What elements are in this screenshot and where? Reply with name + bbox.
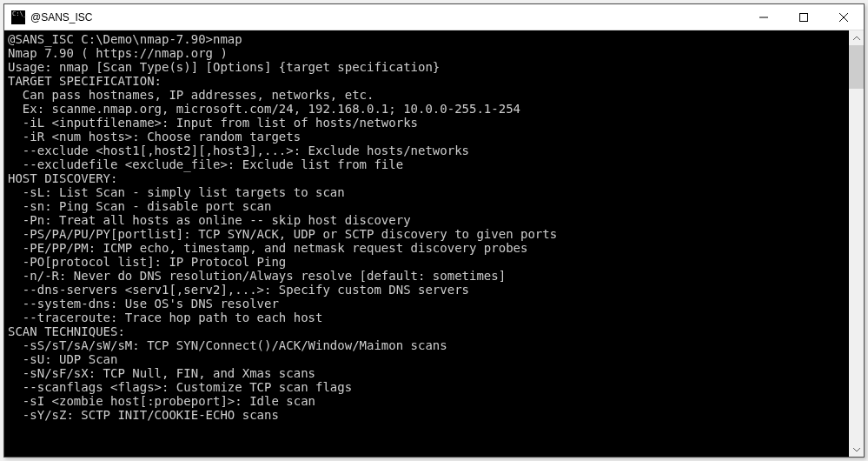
terminal-line: HOST DISCOVERY:: [8, 171, 845, 185]
terminal-line: -sI <zombie host[:probeport]>: Idle scan: [8, 394, 845, 408]
terminal-line: Can pass hostnames, IP addresses, networ…: [8, 88, 845, 102]
svg-rect-1: [800, 13, 808, 21]
close-button[interactable]: [824, 4, 864, 30]
terminal-line: TARGET SPECIFICATION:: [8, 74, 845, 88]
scroll-thumb[interactable]: [849, 45, 864, 89]
maximize-icon: [799, 13, 808, 22]
terminal-output[interactable]: @SANS_ISC C:\Demo\nmap-7.90>nmapNmap 7.9…: [4, 30, 849, 457]
arrow-down-icon: [853, 448, 860, 451]
terminal-line: -sL: List Scan - simply list targets to …: [8, 185, 845, 199]
terminal-line: Ex: scanme.nmap.org, microsoft.com/24, 1…: [8, 102, 845, 116]
terminal-line: --exclude <host1[,host2][,host3],...>: E…: [8, 144, 845, 157]
arrow-up-icon: [853, 37, 860, 40]
terminal-area: @SANS_ISC C:\Demo\nmap-7.90>nmapNmap 7.9…: [4, 30, 864, 457]
terminal-line: -sU: UDP Scan: [8, 352, 845, 366]
minimize-button[interactable]: [744, 4, 784, 30]
scroll-down-button[interactable]: [849, 442, 864, 457]
terminal-line: --dns-servers <serv1[,serv2],...>: Speci…: [8, 283, 845, 297]
terminal-line: --system-dns: Use OS's DNS resolver: [8, 297, 845, 311]
vertical-scrollbar[interactable]: [849, 30, 864, 457]
scroll-track[interactable]: [849, 45, 864, 442]
terminal-line: -sY/sZ: SCTP INIT/COOKIE-ECHO scans: [8, 408, 845, 422]
close-icon: [839, 13, 848, 22]
cmd-icon: [11, 10, 25, 24]
terminal-line: -PO[protocol list]: IP Protocol Ping: [8, 255, 845, 269]
terminal-line: Usage: nmap [Scan Type(s)] [Options] {ta…: [8, 60, 845, 74]
maximize-button[interactable]: [784, 4, 824, 30]
terminal-line: SCAN TECHNIQUES:: [8, 324, 845, 338]
console-window: @SANS_ISC @SANS_ISC C:\Demo\nmap-7.90>nm…: [3, 3, 865, 458]
titlebar[interactable]: @SANS_ISC: [4, 4, 864, 30]
scroll-up-button[interactable]: [849, 30, 864, 45]
terminal-line: -sS/sT/sA/sW/sM: TCP SYN/Connect()/ACK/W…: [8, 338, 845, 352]
terminal-line: -iL <inputfilename>: Input from list of …: [8, 116, 845, 130]
terminal-line: -sn: Ping Scan - disable port scan: [8, 199, 845, 213]
terminal-line: --excludefile <exclude_file>: Exclude li…: [8, 157, 845, 171]
terminal-line: -PS/PA/PU/PY[portlist]: TCP SYN/ACK, UDP…: [8, 227, 845, 241]
window-title: @SANS_ISC: [30, 11, 744, 23]
terminal-line: -iR <num hosts>: Choose random targets: [8, 130, 845, 144]
terminal-line: -n/-R: Never do DNS resolution/Always re…: [8, 269, 845, 283]
terminal-line: --traceroute: Trace hop path to each hos…: [8, 311, 845, 324]
terminal-line: Nmap 7.90 ( https://nmap.org ): [8, 46, 845, 60]
minimize-icon: [759, 13, 768, 22]
terminal-line: -PE/PP/PM: ICMP echo, timestamp, and net…: [8, 241, 845, 255]
terminal-line: -sN/sF/sX: TCP Null, FIN, and Xmas scans: [8, 366, 845, 380]
terminal-line: @SANS_ISC C:\Demo\nmap-7.90>nmap: [8, 32, 845, 46]
terminal-line: --scanflags <flags>: Customize TCP scan …: [8, 380, 845, 394]
terminal-line: -Pn: Treat all hosts as online -- skip h…: [8, 213, 845, 227]
window-controls: [744, 4, 864, 30]
